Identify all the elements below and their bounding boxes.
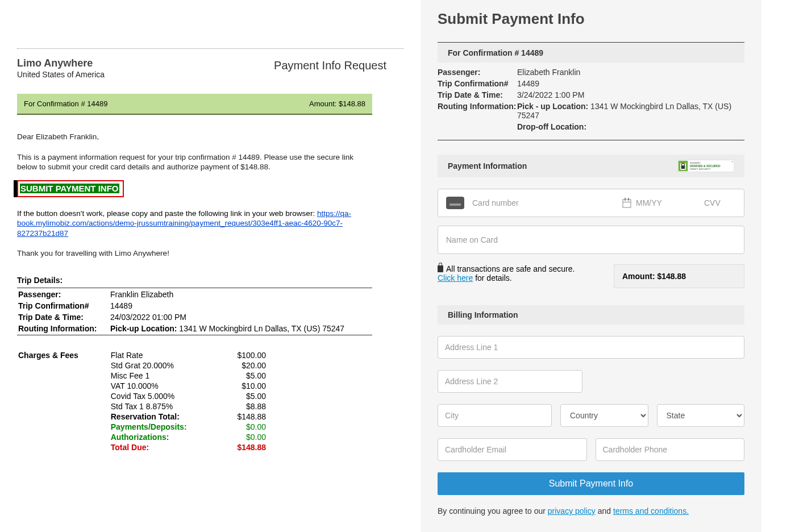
email-input[interactable] bbox=[438, 438, 587, 461]
amount-box: Amount: $148.88 bbox=[614, 264, 744, 288]
cvv-input[interactable] bbox=[704, 198, 744, 207]
thank-you-text: Thank you for travelling with Limo Anywh… bbox=[17, 248, 372, 259]
billing-info-header: Billing Information bbox=[438, 305, 744, 325]
svg-text:®: ® bbox=[731, 160, 733, 163]
divider bbox=[438, 140, 744, 140]
dropoff-label: Drop-off Location: bbox=[517, 122, 586, 131]
submit-payment-button[interactable]: Submit Payment Info bbox=[438, 472, 744, 495]
trip-details-head: Trip Details: bbox=[17, 276, 403, 285]
table-row: Routing Information:Pick-up Location: 13… bbox=[18, 323, 371, 334]
godaddy-badge-icon[interactable]: GODADDY VERIFIED & SECURED VERIFY SECURI… bbox=[677, 160, 734, 172]
card-input-row bbox=[438, 189, 744, 217]
page-title: Submit Payment Info bbox=[438, 10, 744, 28]
email-preview-panel: Limo Anywhere United States of America P… bbox=[0, 0, 421, 532]
payment-form-panel: Submit Payment Info For Confirmation # 1… bbox=[421, 0, 761, 532]
trip-details-table: Passenger:Franklin Elizabeth Trip Confir… bbox=[17, 288, 372, 335]
security-details-link[interactable]: Click here bbox=[438, 273, 473, 282]
country-select[interactable]: Country bbox=[560, 404, 648, 427]
svg-text:VERIFIED & SECURED: VERIFIED & SECURED bbox=[690, 164, 721, 168]
name-on-card-input[interactable] bbox=[438, 226, 744, 254]
conf-label: Trip Confirmation# bbox=[438, 79, 517, 88]
greeting-text: Dear Elizabeth Franklin, bbox=[17, 132, 372, 142]
secure-text: All transactions are safe and secure. Cl… bbox=[438, 264, 602, 288]
svg-rect-9 bbox=[625, 198, 626, 201]
payment-info-header: Payment Information GODADDY VERIFIED & S… bbox=[438, 155, 744, 177]
svg-text:VERIFY SECURITY: VERIFY SECURITY bbox=[690, 168, 711, 171]
svg-rect-11 bbox=[623, 202, 631, 202]
confirmation-bar: For Confirmation # 14489 bbox=[438, 43, 744, 63]
conf-value: 14489 bbox=[517, 79, 744, 88]
terms-text: By continuing you agree to our privacy p… bbox=[438, 506, 744, 516]
charges-head: Charges & Fees bbox=[18, 351, 110, 452]
calendar-icon bbox=[622, 198, 631, 208]
body-para: This is a payment information request fo… bbox=[17, 152, 372, 172]
confirmation-text: For Confirmation # 14489 bbox=[24, 99, 107, 108]
passenger-label: Passenger: bbox=[438, 68, 517, 77]
svg-rect-3 bbox=[681, 165, 685, 169]
confirmation-banner: For Confirmation # 14489 Amount: $148.88 bbox=[17, 94, 372, 115]
svg-rect-10 bbox=[628, 198, 629, 201]
passenger-value: Elizabeth Franklin bbox=[517, 68, 744, 77]
pickup-label: Pick - up Location: bbox=[517, 102, 588, 111]
address-line1-input[interactable] bbox=[438, 336, 744, 359]
svg-rect-8 bbox=[623, 200, 631, 207]
datetime-label: Trip Date & Time: bbox=[438, 90, 517, 99]
request-title: Payment Info Request bbox=[274, 59, 386, 72]
address-line2-input[interactable] bbox=[438, 370, 582, 393]
lock-icon bbox=[438, 265, 443, 272]
privacy-policy-link[interactable]: privacy policy bbox=[548, 506, 596, 516]
phone-input[interactable] bbox=[596, 438, 745, 461]
expiry-input[interactable] bbox=[636, 198, 681, 207]
table-row: Trip Confirmation#14489 bbox=[18, 301, 371, 311]
submit-button-highlight: SUBMIT PAYMENT INFO bbox=[17, 180, 124, 197]
divider bbox=[438, 42, 744, 43]
table-row: Passenger:Franklin Elizabeth bbox=[18, 289, 371, 300]
divider bbox=[17, 48, 403, 49]
company-country: United States of America bbox=[17, 70, 105, 79]
terms-link[interactable]: terms and conditions. bbox=[613, 506, 689, 516]
card-number-input[interactable] bbox=[472, 198, 622, 207]
routing-label: Routing Information: bbox=[438, 102, 517, 120]
datetime-value: 3/24/2022 1:00 PM bbox=[517, 90, 744, 99]
submit-payment-link[interactable]: SUBMIT PAYMENT INFO bbox=[20, 184, 119, 193]
amount-text: Amount: $148.88 bbox=[309, 99, 365, 108]
card-icon bbox=[446, 197, 464, 209]
charges-table: Charges & Fees Flat Rate$100.00 Std Grat… bbox=[17, 350, 267, 453]
table-row: Trip Date & Time:24/03/2022 01:00 PM bbox=[18, 312, 371, 322]
state-select[interactable]: State bbox=[657, 404, 745, 427]
fallback-link-para: If the button doesn't work, please copy … bbox=[17, 209, 372, 239]
city-input[interactable] bbox=[438, 404, 552, 427]
